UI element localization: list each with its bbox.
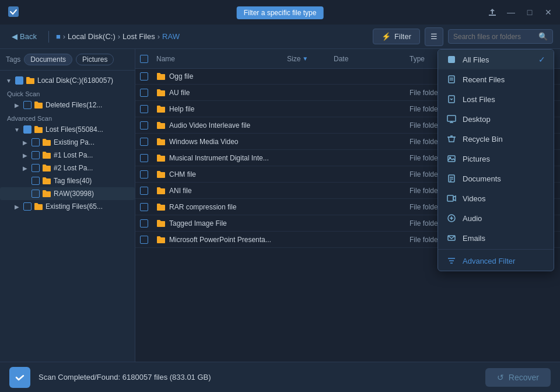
dropdown-item-audio[interactable]: Audio (438, 208, 554, 228)
search-icon[interactable]: 🔍 (538, 32, 548, 41)
sort-icon-size[interactable]: ▼ (302, 55, 308, 62)
row-checkbox[interactable] (140, 203, 148, 211)
sidebar-item-lost-pa1[interactable]: ▶ #1 Lost Pa... (0, 149, 135, 162)
dropdown-item-desktop[interactable]: Desktop (438, 109, 554, 129)
folder-icon-deleted (34, 101, 43, 109)
row-checkbox[interactable] (140, 72, 148, 80)
sidebar-item-tag-files[interactable]: Tag files(40) (0, 174, 135, 187)
recover-button[interactable]: ↺ Recover (485, 368, 551, 387)
back-button[interactable]: ◀ Back (7, 30, 41, 43)
breadcrumb-local-disk[interactable]: Local Disk(C:) (68, 32, 116, 41)
filter-button[interactable]: ⚡ Filter (373, 29, 420, 44)
dropdown-item-recent-files[interactable]: Recent Files (438, 69, 554, 89)
dropdown-item-advanced-filter[interactable]: Advanced Filter (438, 251, 554, 271)
existing-pa-label: Existing Pa... (54, 138, 130, 146)
emails-icon (446, 233, 457, 243)
dropdown-item-emails[interactable]: Emails (438, 228, 554, 248)
row-checkbox[interactable] (140, 89, 148, 97)
expand-icon-lost: ▼ (13, 125, 21, 134)
menu-button[interactable]: ☰ (425, 27, 443, 46)
advanced-filter-icon (446, 256, 457, 266)
sidebar-item-existing-files[interactable]: ▶ Existing Files(65... (0, 200, 135, 213)
dropdown-item-all-files[interactable]: All Files ✓ (438, 50, 554, 69)
folder-icon-tag (42, 177, 51, 185)
breadcrumb-lost-files[interactable]: Lost Files (123, 32, 155, 41)
checkbox-existing-pa[interactable] (32, 138, 40, 146)
dropdown-divider (438, 249, 554, 250)
file-name: Musical Instrument Digital Inte... (169, 154, 269, 162)
folder-icon (156, 121, 166, 130)
dropdown-item-videos[interactable]: Videos (438, 188, 554, 208)
lost-files-label: Lost Files(55084... (46, 125, 130, 134)
row-checkbox[interactable] (140, 219, 148, 228)
svg-rect-2 (449, 76, 454, 83)
row-checkbox[interactable] (140, 170, 148, 178)
row-checkbox[interactable] (140, 236, 148, 244)
navbar: ◀ Back ■ › Local Disk(C:) › Lost Files ›… (0, 24, 560, 49)
deleted-files-label: Deleted Files(12... (46, 101, 130, 109)
search-input[interactable] (453, 33, 535, 41)
sidebar-item-lost-files[interactable]: ▼ Lost Files(55084... (0, 123, 135, 136)
sidebar: Tags Documents Pictures ▼ Local Disk(C:)… (0, 49, 135, 362)
checkbox-raw[interactable] (32, 190, 40, 198)
file-name: Tagged Image File (169, 219, 227, 228)
sidebar-item-lost-pa2[interactable]: ▶ #2 Lost Pa... (0, 162, 135, 174)
sidebar-item-raw[interactable]: RAW(30998) (0, 187, 135, 200)
col-header-size[interactable]: Size (287, 55, 300, 63)
row-checkbox[interactable] (140, 121, 148, 130)
row-checkbox[interactable] (140, 154, 148, 162)
dropdown-item-recycle-bin[interactable]: Recycle Bin (438, 129, 554, 149)
folder-icon (156, 236, 166, 244)
dropdown-label-videos: Videos (463, 194, 486, 203)
folder-icon (156, 187, 166, 195)
tag-pictures-button[interactable]: Pictures (76, 54, 114, 65)
folder-icon (156, 203, 166, 211)
expand-icon-lost-pa2: ▶ (21, 164, 29, 172)
dropdown-label-pictures: Pictures (463, 155, 490, 163)
sidebar-tags-bar: Tags Documents Pictures (0, 49, 135, 71)
expand-icon: ▼ (5, 76, 13, 85)
select-all-checkbox[interactable] (140, 55, 148, 63)
close-button[interactable]: ✕ (544, 8, 553, 17)
sidebar-item-deleted-files[interactable]: ▶ Deleted Files(12... (0, 99, 135, 111)
checkbox-lost-pa1[interactable] (32, 151, 40, 159)
row-checkbox[interactable] (140, 138, 148, 146)
file-name: Help file (169, 105, 194, 113)
minimize-button[interactable]: — (506, 8, 516, 17)
file-name: Windows Media Video (169, 138, 239, 146)
checkbox-deleted[interactable] (23, 101, 32, 109)
sidebar-item-existing-pa[interactable]: ▶ Existing Pa... (0, 136, 135, 149)
file-list-area: Name Size ▼ Date Type Path O (135, 49, 560, 362)
breadcrumb-drive-icon: ■ (56, 32, 61, 41)
expand-icon-lost-pa1: ▶ (21, 151, 29, 159)
advanced-scan-label: Advanced Scan (0, 111, 135, 123)
file-name: RAR compression file (169, 203, 236, 211)
dropdown-item-lost-files[interactable]: Lost Files (438, 89, 554, 109)
checkbox-local-disk[interactable] (15, 76, 23, 85)
filter-dropdown-overlay: All Files ✓ Recent Files Lost Files (438, 49, 560, 271)
folder-icon-existing (34, 202, 43, 211)
back-label: Back (20, 32, 37, 41)
row-checkbox[interactable] (140, 105, 148, 113)
upload-button[interactable] (488, 8, 497, 17)
tag-documents-button[interactable]: Documents (24, 54, 72, 65)
search-box[interactable]: 🔍 (448, 29, 553, 44)
checkbox-tag-files[interactable] (32, 177, 40, 185)
checkbox-lost-files[interactable] (23, 125, 32, 134)
file-name: Ogg file (169, 72, 193, 80)
folder-icon (156, 138, 166, 146)
folder-icon (156, 219, 166, 228)
lost-pa1-label: #1 Lost Pa... (54, 151, 130, 159)
app-icon (7, 5, 20, 20)
filter-tooltip: Filter a specific file type (237, 6, 324, 19)
checkbox-existing-files[interactable] (23, 202, 32, 211)
sidebar-item-local-disk[interactable]: ▼ Local Disk(C:)(6180057) (0, 74, 135, 87)
back-icon: ◀ (12, 32, 18, 41)
dropdown-item-documents[interactable]: Documents (438, 169, 554, 188)
tags-label: Tags (6, 55, 20, 64)
maximize-button[interactable]: □ (525, 8, 534, 17)
row-checkbox[interactable] (140, 187, 148, 195)
dropdown-item-pictures[interactable]: Pictures (438, 149, 554, 169)
col-header-date[interactable]: Date (334, 55, 348, 63)
checkbox-lost-pa2[interactable] (32, 164, 40, 172)
